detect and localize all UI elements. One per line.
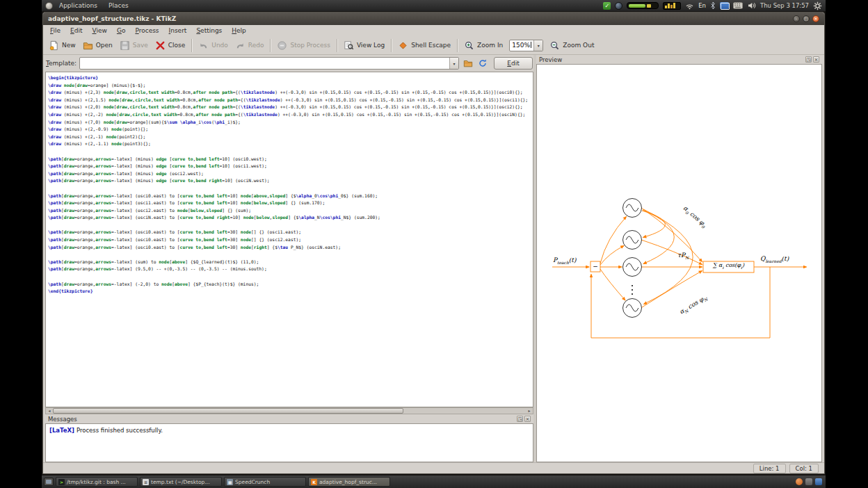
taskbar-window-button[interactable]: ≡temp.txt (~/Desktop... [140,477,222,487]
close-dock-icon[interactable]: × [524,416,531,422]
redo-icon [235,40,246,51]
menu-help[interactable]: Help [227,26,251,35]
taskbar-window-button[interactable]: ▦SpeedCrunch [224,477,306,487]
applications-menu[interactable]: Applications [54,1,102,10]
clock[interactable]: Thu Sep 3 17:57 [760,2,809,9]
chevron-down-icon[interactable]: ▾ [533,40,542,51]
gear-icon[interactable] [813,1,822,10]
volume-icon[interactable] [747,1,756,10]
toolbar-button-label: New [62,42,76,49]
update-check-icon[interactable]: ✓ [603,2,611,10]
label-q-learned: Qlearned(t) [760,255,789,263]
menu-edit[interactable]: Edit [65,26,87,35]
toolbar-button-label: Close [168,42,186,49]
toolbar-button-new[interactable]: New [46,39,79,52]
code-line [48,251,533,259]
messages-log: [LaTeX]Process finished successfully. [45,423,533,462]
preview-column: Preview ◳ × [536,55,822,462]
code-line [48,185,533,193]
window-title: adaptive_hopf_structure.tikz - KTikZ [48,15,176,22]
template-edit-button[interactable]: Edit [494,57,533,70]
code-line: \path[draw=orange,arrows=-latex] (minus)… [48,170,533,178]
toolbar-separator [391,39,392,52]
taskbar-window-label: SpeedCrunch [235,479,270,485]
code-line [48,273,533,281]
close-button[interactable]: × [812,15,819,22]
menu-settings[interactable]: Settings [191,26,227,35]
horizontal-scrollbar[interactable]: ◂ ▸ [45,407,533,414]
template-combobox[interactable]: ▾ [79,57,459,70]
taskbar-window-label: adaptive_hopf_struc... [319,479,377,485]
scrollbar-thumb[interactable] [53,408,403,414]
ktikz-window: adaptive_hopf_structure.tikz - KTikZ – □… [42,12,825,474]
open-template-button[interactable] [462,58,474,70]
menu-go[interactable]: Go [112,26,131,35]
toolbar-button-shell[interactable]: Shell Escape [395,39,453,52]
toolbar-button-label: View Log [357,42,385,49]
toolbar-button-open[interactable]: Open [80,39,115,52]
bluetooth-icon[interactable] [710,1,716,10]
messages-title: Messages [48,416,77,423]
log-prefix: [LaTeX] [49,427,74,434]
code-line [48,222,533,229]
code-editor[interactable]: \begin{tikzpicture}\draw node[draw=orang… [45,72,533,407]
taskbar-window-button[interactable]: Kadaptive_hopf_struc... [308,477,390,487]
toolbar-button-zoomout[interactable]: Zoom Out [547,39,597,52]
keyboard-icon[interactable] [733,2,743,9]
menu-file[interactable]: File [45,26,65,35]
code-line: \path[draw=orange,arrows=-latex] (osci0.… [48,229,533,236]
system-load-meter[interactable] [663,2,681,10]
toolbar-separator [270,39,271,52]
stop-icon [277,40,287,51]
places-menu[interactable]: Places [104,1,134,10]
mail-icon[interactable] [720,2,729,9]
status-bar: Line: 1 Col: 1 [43,462,824,473]
menu-insert[interactable]: Insert [164,26,192,35]
wifi-icon[interactable] [685,1,694,10]
float-dock-icon[interactable]: ◳ [805,56,812,63]
code-line: \draw (minus) +(2,1.5) node[draw,circle,… [48,97,533,104]
close-dock-icon[interactable]: × [813,56,819,63]
new-icon [49,40,59,51]
minimize-button[interactable]: – [793,15,800,22]
preview-canvas: Pteach(t) Qlearned(t) τPN α0 cos φ0 αN c… [536,64,822,462]
zoom-level-combobox[interactable]: 150%▾ [509,40,543,51]
code-line: \path[draw=orange,arrows=-latex] (osciN.… [48,214,533,222]
float-dock-icon[interactable]: ◳ [517,416,523,422]
toolbar-button-stop: Stop Process [274,39,332,52]
keyboard-layout-indicator[interactable]: En [698,2,706,9]
show-desktop-button[interactable] [44,478,54,486]
toolbar-button-label: Shell Escape [411,42,451,49]
code-line: \path[draw=orange,arrows=-latex] (minus)… [48,177,533,185]
scroll-left-icon[interactable]: ◂ [46,408,53,414]
screen: Applications Places ✓ En Thu Sep 3 17:57… [42,0,826,488]
titlebar[interactable]: adaptive_hopf_structure.tikz - KTikZ – □… [43,13,824,25]
menu-process[interactable]: Process [130,26,163,35]
globe-icon[interactable] [615,2,622,10]
toolbar-button-viewlog[interactable]: View Log [341,39,387,52]
code-line: \path[draw=orange,arrows=-latex] (minus)… [48,163,533,170]
distro-logo-icon[interactable] [45,2,53,10]
tray-icon[interactable] [796,478,803,485]
text-file-icon: ≡ [143,479,149,485]
code-line: \path[draw=orange,arrows=-latex] (osci2.… [48,207,533,215]
toolbar-button-close[interactable]: Close [152,39,188,52]
toolbar-button-zoomin[interactable]: Zoom In [461,39,506,52]
maximize-button[interactable]: □ [803,15,810,22]
taskbar-window-button[interactable]: >/tmp/ktikz.git : bash ... [56,477,138,487]
toolbar-separator [191,39,192,52]
menu-view[interactable]: View [88,26,112,35]
code-line: \path[draw=orange,arrows=-latex] (osci0.… [48,193,533,200]
code-line: \path[draw=orange,arrows=-latex] (minus)… [48,156,533,163]
status-line: Line: 1 [753,464,786,473]
main-area: Template: ▾ Edit \begin{tikzpicture}\dra… [43,55,824,462]
toolbar-separator [457,39,458,52]
battery-indicator[interactable] [627,2,659,9]
shell-icon [398,40,408,51]
tikz-diagram [537,65,822,462]
tray-icon[interactable] [815,478,822,485]
reload-template-button[interactable] [476,58,488,70]
tray-icon[interactable] [805,478,812,485]
chevron-down-icon[interactable]: ▾ [449,58,458,69]
scroll-right-icon[interactable]: ▸ [526,408,533,414]
